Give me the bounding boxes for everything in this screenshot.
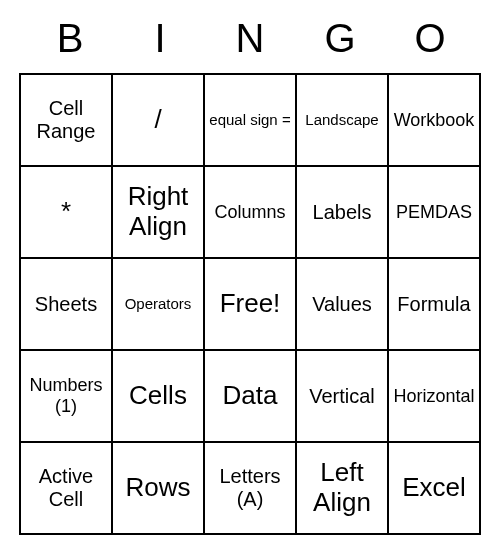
bingo-cell[interactable]: Sheets — [20, 258, 112, 350]
bingo-cell[interactable]: / — [112, 74, 204, 166]
bingo-cell[interactable]: Values — [296, 258, 388, 350]
header-letter-b: B — [40, 16, 100, 61]
bingo-cell[interactable]: Left Align — [296, 442, 388, 534]
bingo-grid: Cell Range / equal sign = Landscape Work… — [19, 73, 481, 535]
bingo-cell[interactable]: Rows — [112, 442, 204, 534]
bingo-cell[interactable]: equal sign = — [204, 74, 296, 166]
header-letter-i: I — [130, 16, 190, 61]
bingo-cell[interactable]: Right Align — [112, 166, 204, 258]
bingo-cell[interactable]: Workbook — [388, 74, 480, 166]
bingo-cell[interactable]: Cell Range — [20, 74, 112, 166]
bingo-cell[interactable]: Active Cell — [20, 442, 112, 534]
header-letter-g: G — [310, 16, 370, 61]
bingo-cell[interactable]: Landscape — [296, 74, 388, 166]
bingo-cell[interactable]: Columns — [204, 166, 296, 258]
bingo-cell[interactable]: Labels — [296, 166, 388, 258]
header-letter-o: O — [400, 16, 460, 61]
bingo-cell[interactable]: Excel — [388, 442, 480, 534]
bingo-cell[interactable]: Data — [204, 350, 296, 442]
bingo-cell-free[interactable]: Free! — [204, 258, 296, 350]
bingo-cell[interactable]: Operators — [112, 258, 204, 350]
bingo-cell[interactable]: * — [20, 166, 112, 258]
bingo-cell[interactable]: Formula — [388, 258, 480, 350]
bingo-cell[interactable]: Letters (A) — [204, 442, 296, 534]
bingo-cell[interactable]: Cells — [112, 350, 204, 442]
bingo-cell[interactable]: Numbers (1) — [20, 350, 112, 442]
bingo-cell[interactable]: Vertical — [296, 350, 388, 442]
bingo-header: B I N G O — [20, 8, 480, 73]
header-letter-n: N — [220, 16, 280, 61]
bingo-cell[interactable]: Horizontal — [388, 350, 480, 442]
bingo-cell[interactable]: PEMDAS — [388, 166, 480, 258]
